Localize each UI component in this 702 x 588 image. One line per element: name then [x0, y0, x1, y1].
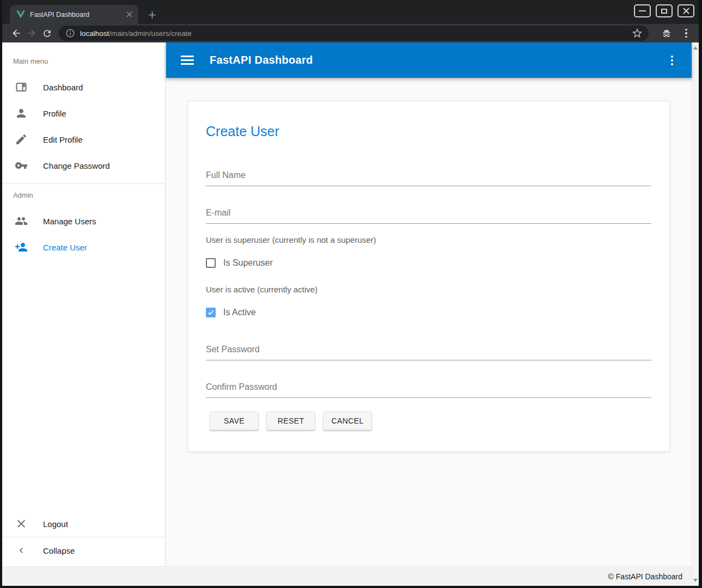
sidebar-item-label: Profile	[43, 109, 66, 118]
create-user-card: Create User User is superuser (currently…	[187, 101, 670, 452]
people-icon	[15, 215, 28, 228]
forward-icon[interactable]	[24, 26, 39, 41]
is-superuser-label: Is Superuser	[223, 258, 273, 268]
sidebar-item-label: Create User	[43, 243, 87, 252]
browser-tab-bar: FastAPI Dashboard	[2, 0, 699, 24]
is-active-checkbox[interactable]	[206, 308, 216, 317]
sidebar-item-change-password[interactable]: Change Password	[2, 152, 165, 179]
superuser-hint: User is superuser (currently is not a su…	[206, 235, 651, 244]
sidebar-item-edit-profile[interactable]: Edit Profile	[2, 126, 165, 152]
incognito-icon	[660, 26, 674, 40]
back-icon[interactable]	[9, 26, 24, 41]
full-name-input[interactable]	[206, 170, 651, 186]
app-bar-title: FastAPI Dashboard	[210, 54, 313, 66]
browser-toolbar: localhost/main/admin/users/create	[2, 24, 699, 42]
browser-window: FastAPI Dashboard localhost/m	[0, 0, 702, 588]
close-button[interactable]	[677, 4, 694, 17]
hamburger-menu-icon[interactable]	[181, 56, 194, 65]
sidebar-item-label: Change Password	[43, 161, 110, 170]
scroll-down-icon[interactable]	[693, 579, 698, 582]
active-hint: User is active (currently active)	[206, 285, 651, 294]
sidebar-item-collapse[interactable]: Collapse	[2, 537, 165, 564]
url-text: localhost/main/admin/users/create	[80, 29, 631, 38]
full-name-field	[206, 170, 651, 186]
sidebar-admin-group: Manage Users Create User	[2, 208, 165, 260]
person-add-icon	[15, 241, 28, 254]
person-icon	[15, 107, 28, 120]
email-input[interactable]	[206, 208, 651, 224]
confirm-password-field	[206, 382, 651, 398]
copyright-text: © FastAPI Dashboard	[608, 572, 682, 581]
reload-icon[interactable]	[39, 26, 54, 41]
page-title: Create User	[206, 124, 651, 139]
pencil-icon	[15, 133, 28, 146]
page-scrollbar[interactable]	[692, 42, 699, 586]
sidebar-item-create-user[interactable]: Create User	[2, 234, 165, 260]
superuser-checkbox-row: Is Superuser	[206, 258, 651, 268]
key-icon	[15, 159, 28, 172]
tab-close-icon[interactable]	[125, 10, 134, 19]
window-controls	[634, 4, 694, 17]
sidebar-item-label: Dashboard	[43, 83, 83, 92]
sidebar-item-manage-users[interactable]: Manage Users	[2, 208, 165, 234]
maximize-button[interactable]	[656, 4, 673, 17]
content-area: Create User User is superuser (currently…	[166, 78, 692, 566]
main-area: FastAPI Dashboard Create User User is su…	[166, 42, 692, 566]
vue-logo-icon	[16, 10, 25, 19]
minimize-button[interactable]	[634, 4, 651, 17]
url-path: /main/admin/users/create	[109, 29, 192, 38]
is-superuser-checkbox[interactable]	[206, 258, 216, 268]
sidebar-item-label: Manage Users	[43, 217, 96, 226]
chevron-left-icon	[16, 545, 27, 556]
set-password-field	[206, 345, 651, 360]
app-bar: FastAPI Dashboard	[166, 42, 692, 78]
app-bar-menu-icon[interactable]	[671, 56, 673, 65]
sidebar-item-profile[interactable]: Profile	[2, 100, 165, 126]
tab-title: FastAPI Dashboard	[30, 11, 125, 19]
page-footer: © FastAPI Dashboard	[2, 566, 692, 586]
sidebar-bottom: Logout Collapse	[2, 511, 165, 564]
form-buttons: SAVE RESET CANCEL	[210, 412, 651, 430]
is-active-label: Is Active	[223, 308, 256, 317]
browser-tab[interactable]: FastAPI Dashboard	[10, 5, 138, 24]
new-tab-icon[interactable]	[145, 8, 159, 22]
sidebar-divider	[2, 183, 165, 184]
sidebar-item-logout[interactable]: Logout	[2, 511, 165, 537]
browser-menu-icon[interactable]	[679, 26, 693, 40]
confirm-password-input[interactable]	[206, 382, 651, 398]
close-x-icon	[15, 517, 28, 530]
sidebar-item-dashboard[interactable]: Dashboard	[2, 74, 165, 100]
active-checkbox-row: Is Active	[206, 308, 651, 317]
sidebar-section-admin: Admin	[13, 191, 165, 199]
sidebar-item-label: Logout	[43, 519, 68, 529]
url-host: localhost	[80, 29, 109, 38]
set-password-input[interactable]	[206, 345, 651, 360]
sidebar-item-label: Edit Profile	[43, 135, 83, 144]
site-info-icon[interactable]	[65, 28, 75, 38]
sidebar-item-label: Collapse	[43, 546, 75, 555]
reset-button[interactable]: RESET	[266, 412, 315, 430]
sidebar: Main menu Dashboard Profile Edit Profile	[2, 42, 166, 566]
save-button[interactable]: SAVE	[210, 412, 259, 430]
sidebar-main-group: Dashboard Profile Edit Profile Change Pa…	[2, 74, 165, 179]
cancel-button[interactable]: CANCEL	[323, 412, 372, 430]
web-page: Main menu Dashboard Profile Edit Profile	[2, 42, 699, 586]
scroll-up-icon[interactable]	[693, 46, 698, 50]
email-field	[206, 208, 651, 224]
sidebar-section-main-menu: Main menu	[13, 57, 165, 65]
bookmark-star-icon[interactable]	[631, 27, 643, 39]
address-bar[interactable]: localhost/main/admin/users/create	[59, 26, 649, 41]
dashboard-icon	[15, 81, 28, 94]
